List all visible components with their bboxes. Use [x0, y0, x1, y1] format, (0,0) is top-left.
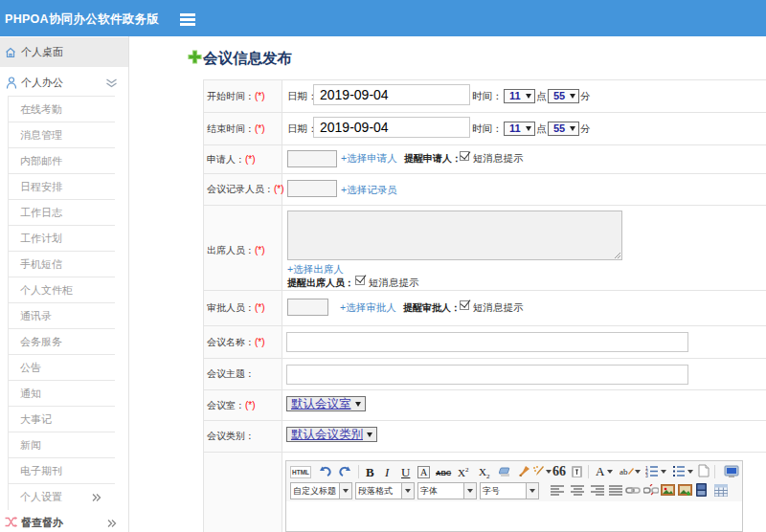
svg-text:ab: ab: [620, 467, 628, 477]
svg-text:3: 3: [645, 473, 648, 477]
